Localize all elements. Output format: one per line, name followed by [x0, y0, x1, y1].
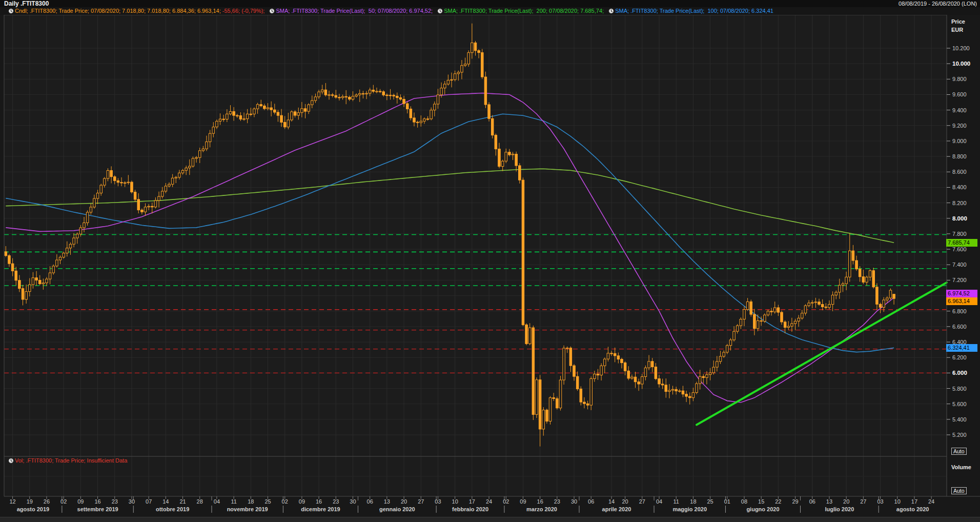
svg-text:8.600: 8.600 — [952, 169, 967, 175]
svg-text:agosto 2019: agosto 2019 — [17, 506, 50, 512]
svg-text:8.200: 8.200 — [952, 200, 967, 206]
svg-text:maggio 2020: maggio 2020 — [672, 506, 707, 512]
svg-text:7.600: 7.600 — [952, 246, 967, 252]
svg-text:11: 11 — [231, 498, 236, 505]
svg-text:23: 23 — [554, 498, 560, 505]
price-axis-auto-button[interactable]: Auto — [951, 448, 967, 455]
sma100-legend-text: SMA; .FTIT8300; Trade Price(Last); 100; … — [615, 7, 773, 15]
svg-text:27: 27 — [639, 498, 645, 505]
svg-text:marzo 2020: marzo 2020 — [526, 506, 557, 512]
volume-axis-auto-button[interactable]: Auto — [951, 487, 967, 494]
svg-text:10: 10 — [452, 498, 458, 505]
price-chart[interactable]: 5.2005.4005.6005.8006.0006.2006.4006.600… — [0, 0, 980, 522]
svg-text:gennaio 2020: gennaio 2020 — [379, 506, 415, 512]
bottom-strip — [0, 517, 980, 522]
svg-text:10.200: 10.200 — [952, 45, 970, 51]
svg-text:02: 02 — [60, 498, 67, 505]
svg-text:7.400: 7.400 — [952, 262, 967, 268]
svg-text:dicembre 2019: dicembre 2019 — [301, 506, 340, 512]
svg-text:giugno 2020: giugno 2020 — [746, 506, 779, 512]
sma100-badge: 6.324,41 — [946, 344, 977, 352]
svg-text:07: 07 — [146, 498, 152, 505]
svg-text:9.800: 9.800 — [952, 76, 967, 82]
svg-text:28: 28 — [197, 498, 203, 505]
price-axis-title-line2: EUR — [951, 27, 963, 33]
svg-text:aprile 2020: aprile 2020 — [602, 506, 631, 512]
sma200-badge: 7.685,74 — [946, 239, 977, 247]
svg-text:8.000: 8.000 — [952, 215, 967, 222]
svg-text:17: 17 — [469, 498, 475, 505]
clock-icon — [269, 8, 275, 14]
sma200-legend-text: SMA; .FTIT8300; Trade Price(Last); 200; … — [444, 7, 605, 15]
svg-text:06: 06 — [367, 498, 373, 505]
candle-legend-text: Cndl; .FTIT8300; Trade Price; 07/08/2020… — [15, 7, 222, 15]
legend-row: Cndl; .FTIT8300; Trade Price; 07/08/2020… — [0, 7, 980, 15]
chart-window: 5.2005.4005.6005.8006.0006.2006.4006.600… — [0, 0, 980, 522]
legend-item-sma50[interactable]: SMA; .FTIT8300; Trade Price(Last); 50; 0… — [269, 7, 434, 15]
svg-text:24: 24 — [486, 498, 492, 505]
svg-text:6.800: 6.800 — [952, 308, 967, 314]
svg-text:08: 08 — [741, 498, 747, 505]
svg-text:8.800: 8.800 — [952, 153, 967, 159]
svg-text:27: 27 — [418, 498, 424, 505]
svg-text:5.800: 5.800 — [952, 386, 967, 392]
volume-legend-text: Vol; .FTIT8300; Trade Price; Insufficien… — [15, 457, 127, 465]
svg-text:06: 06 — [588, 498, 594, 505]
svg-text:20: 20 — [843, 498, 849, 505]
svg-text:novembre 2019: novembre 2019 — [227, 506, 268, 512]
page-title: Daily .FTIT8300 — [4, 0, 49, 7]
svg-text:9.400: 9.400 — [952, 107, 967, 113]
svg-text:13: 13 — [826, 498, 832, 505]
svg-text:14: 14 — [162, 498, 169, 505]
legend-item-candle[interactable]: Cndl; .FTIT8300; Trade Price; 07/08/2020… — [8, 7, 266, 15]
svg-text:04: 04 — [656, 498, 662, 505]
svg-text:11: 11 — [673, 498, 679, 505]
clock-icon — [8, 458, 14, 464]
svg-text:5.200: 5.200 — [952, 432, 967, 438]
legend-item-sma200[interactable]: SMA; .FTIT8300; Trade Price(Last); 200; … — [437, 7, 605, 15]
svg-text:16: 16 — [94, 498, 100, 505]
svg-text:7.800: 7.800 — [952, 231, 967, 237]
svg-text:01: 01 — [724, 498, 730, 505]
svg-text:9.200: 9.200 — [952, 123, 967, 129]
svg-text:25: 25 — [264, 498, 271, 505]
sma50-legend-text: SMA; .FTIT8300; Trade Price(Last); 50; 0… — [276, 7, 434, 15]
svg-text:settembre 2019: settembre 2019 — [77, 506, 118, 512]
svg-text:9.000: 9.000 — [952, 138, 967, 144]
svg-text:30: 30 — [350, 498, 356, 505]
svg-text:26: 26 — [44, 498, 50, 505]
svg-text:ottobre 2019: ottobre 2019 — [156, 506, 189, 512]
svg-text:30: 30 — [571, 498, 577, 505]
last-price-badge: 6.963,14 — [946, 297, 977, 305]
sma50-badge: 6.974,52 — [946, 290, 977, 297]
svg-text:13: 13 — [384, 498, 390, 505]
legend-item-sma100[interactable]: SMA; .FTIT8300; Trade Price(Last); 100; … — [608, 7, 773, 15]
svg-text:18: 18 — [690, 498, 696, 505]
svg-text:5.600: 5.600 — [952, 401, 967, 407]
svg-text:02: 02 — [282, 498, 288, 505]
svg-text:29: 29 — [792, 498, 798, 505]
svg-text:27: 27 — [860, 498, 866, 505]
candle-change-text: -55,66; (-0,79%); — [222, 7, 267, 15]
svg-text:16: 16 — [316, 498, 322, 505]
svg-text:6.000: 6.000 — [952, 370, 967, 376]
svg-text:15: 15 — [758, 498, 764, 505]
svg-text:18: 18 — [248, 498, 254, 505]
svg-text:09: 09 — [520, 498, 526, 505]
svg-text:8.400: 8.400 — [952, 184, 967, 190]
svg-text:7.200: 7.200 — [952, 277, 967, 283]
svg-text:9.600: 9.600 — [952, 91, 967, 97]
svg-text:23: 23 — [333, 498, 339, 505]
svg-text:17: 17 — [911, 498, 917, 505]
svg-text:04: 04 — [214, 498, 220, 505]
svg-text:02: 02 — [503, 498, 509, 505]
volume-legend[interactable]: Vol; .FTIT8300; Trade Price; Insufficien… — [8, 457, 127, 464]
svg-text:10.000: 10.000 — [952, 61, 970, 67]
svg-text:22: 22 — [775, 498, 781, 505]
svg-text:30: 30 — [129, 498, 135, 505]
svg-text:19: 19 — [27, 498, 33, 505]
svg-text:06: 06 — [809, 498, 815, 505]
svg-text:09: 09 — [77, 498, 84, 505]
svg-text:24: 24 — [928, 498, 934, 505]
svg-text:14: 14 — [608, 498, 615, 505]
